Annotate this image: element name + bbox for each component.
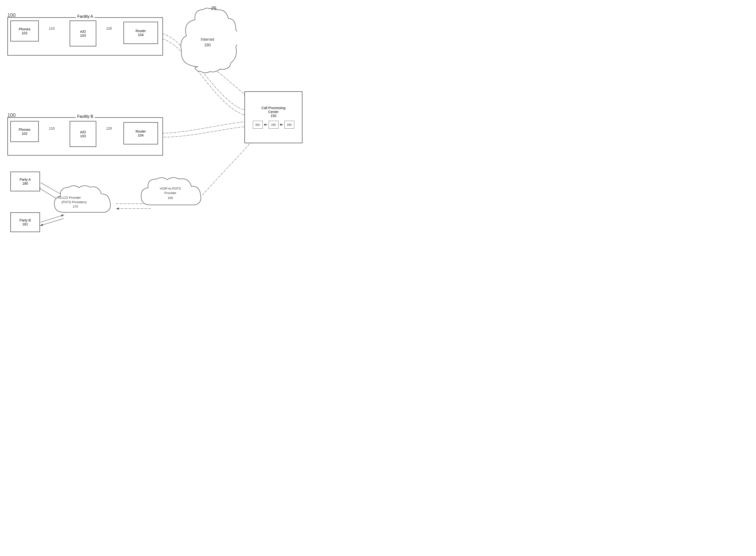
internet-cloud: Internet 190 bbox=[178, 7, 237, 76]
party-b-box: Party B181 bbox=[10, 212, 40, 232]
phones-102-b-box: Phones102 bbox=[10, 121, 39, 142]
ad-103-a-box: A/D103 bbox=[70, 21, 96, 46]
phones-102-b-label: Phones102 bbox=[19, 128, 30, 136]
facility-b-label: Facility B bbox=[76, 114, 95, 119]
ad-103-b-label: A/D103 bbox=[80, 130, 86, 138]
svg-text:Internet: Internet bbox=[201, 37, 214, 41]
facility-a-label: Facility A bbox=[76, 14, 95, 19]
cpc-151: 151 bbox=[253, 121, 263, 129]
ad-103-b-box: A/D103 bbox=[70, 121, 96, 147]
svg-text:(POTS Providers): (POTS Providers) bbox=[62, 200, 87, 204]
phones-102-a-box: Phones102 bbox=[10, 21, 39, 41]
cpc-label: Call ProcessingCenter150 bbox=[262, 106, 285, 118]
router-104-b-label: Router104 bbox=[136, 129, 146, 137]
svg-text:Provider: Provider bbox=[165, 191, 176, 195]
svg-text:190: 190 bbox=[204, 43, 211, 47]
arrow-120b-label: 120 bbox=[106, 127, 112, 130]
router-104-b-box: Router104 bbox=[124, 122, 158, 144]
arrow-120a-label: 120 bbox=[106, 26, 112, 30]
diagram: 100 Facility A Phones102 A/D103 Router10… bbox=[0, 0, 378, 278]
router-104-a-box: Router104 bbox=[124, 22, 158, 44]
party-b-label: Party B181 bbox=[20, 218, 31, 226]
ad-103-a-label: A/D103 bbox=[80, 30, 86, 38]
svg-text:170: 170 bbox=[73, 205, 78, 208]
cpc-box: Call ProcessingCenter150 151 152 153 bbox=[244, 91, 303, 143]
ref-25: 25 bbox=[211, 5, 216, 11]
party-a-box: Party A180 bbox=[10, 172, 40, 192]
arrow-110b-label: 110 bbox=[49, 127, 55, 130]
voip-cloud: VOIP-to-POTS Provider 160 bbox=[138, 175, 207, 215]
router-104-a-label: Router104 bbox=[136, 29, 146, 37]
svg-text:TELCO Provider: TELCO Provider bbox=[57, 196, 81, 200]
svg-text:160: 160 bbox=[168, 196, 173, 200]
arrow-110a-label: 110 bbox=[49, 26, 55, 30]
svg-text:VOIP-to-POTS: VOIP-to-POTS bbox=[160, 187, 181, 190]
phones-102-a-label: Phones102 bbox=[19, 27, 30, 35]
cpc-153: 153 bbox=[284, 121, 294, 129]
cpc-152: 152 bbox=[269, 121, 278, 129]
telco-cloud: TELCO Provider (POTS Providers) 170 bbox=[49, 183, 118, 222]
party-a-label: Party A180 bbox=[20, 177, 31, 185]
